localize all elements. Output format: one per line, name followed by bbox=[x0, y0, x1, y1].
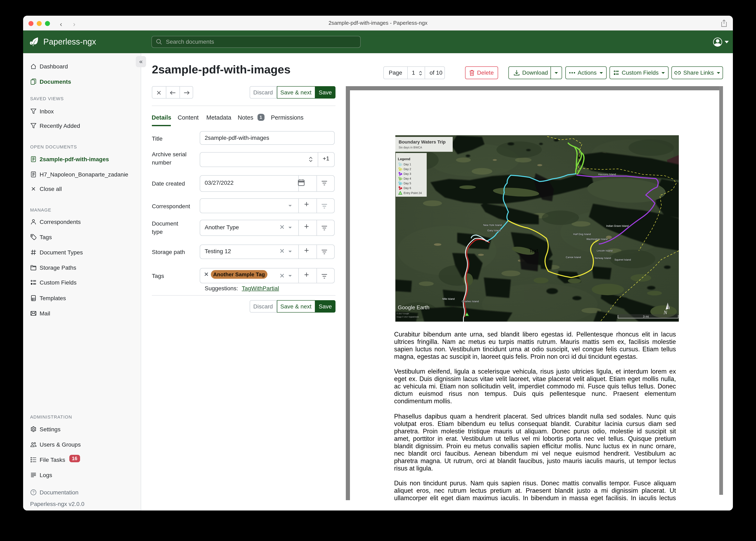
svg-text:Canoe Island: Canoe Island bbox=[566, 256, 581, 259]
svg-text:Day 4: Day 4 bbox=[403, 177, 411, 180]
svg-text:Boundary Waters Trip: Boundary Waters Trip bbox=[398, 139, 445, 144]
svg-text:Mile Island: Mile Island bbox=[442, 297, 455, 300]
svg-text:Day 3: Day 3 bbox=[403, 172, 411, 175]
svg-text:Squirrel Island: Squirrel Island bbox=[614, 258, 631, 261]
svg-text:Day 1: Day 1 bbox=[403, 163, 411, 166]
svg-text:Entry Point 24: Entry Point 24 bbox=[403, 191, 422, 195]
svg-text:Norway Island: Norway Island bbox=[594, 257, 611, 260]
svg-text:Indian Grave Island: Indian Grave Island bbox=[606, 224, 628, 227]
svg-text:© 2017 Google: © 2017 Google bbox=[396, 312, 409, 314]
svg-text:Hausons Island: Hausons Island bbox=[598, 173, 616, 176]
svg-text:Image © 2017 DigitalGlobe: Image © 2017 DigitalGlobe bbox=[396, 316, 419, 318]
svg-text:Washington Island: Washington Island bbox=[586, 238, 607, 241]
svg-text:Six days in BWCA: Six days in BWCA bbox=[398, 146, 422, 149]
svg-text:Google Earth: Google Earth bbox=[398, 304, 429, 310]
svg-text:3 mi: 3 mi bbox=[643, 314, 649, 318]
svg-text:Gary Island: Gary Island bbox=[487, 229, 500, 232]
svg-text:Text: Text bbox=[529, 248, 538, 253]
svg-text:Day 6: Day 6 bbox=[403, 186, 411, 190]
svg-text:New York Island: New York Island bbox=[483, 224, 502, 227]
svg-text:?: ? bbox=[32, 490, 34, 494]
svg-text:Charlies Island: Charlies Island bbox=[462, 300, 479, 303]
svg-text:N: N bbox=[663, 309, 667, 315]
svg-text:Day 2: Day 2 bbox=[403, 167, 411, 171]
svg-text:Day 5: Day 5 bbox=[403, 182, 411, 185]
svg-text:Half Dog Island: Half Dog Island bbox=[573, 233, 591, 236]
svg-text:Legend: Legend bbox=[398, 157, 410, 161]
svg-text:Lincoln Island: Lincoln Island bbox=[597, 249, 612, 252]
